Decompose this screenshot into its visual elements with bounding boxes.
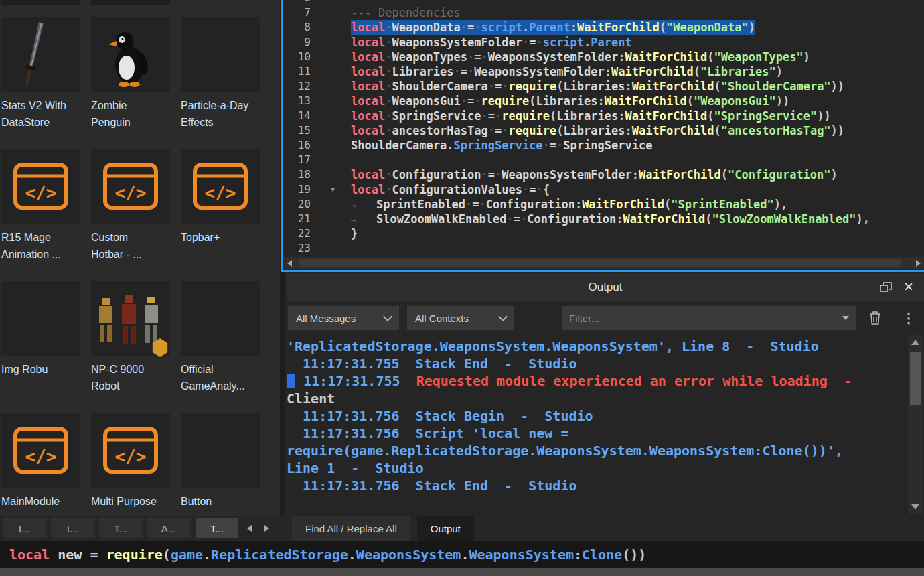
code-line[interactable]: 19▼local·ConfigurationValues·=·{ <box>284 182 924 197</box>
output-line[interactable]: Line 1 - Studio <box>287 459 907 477</box>
output-line[interactable]: 11:17:31.756 Stack End - Studio <box>287 477 907 494</box>
tab-scroll-right-icon[interactable] <box>261 521 272 536</box>
scrollbar-thumb[interactable] <box>299 259 901 267</box>
fold-arrow-icon[interactable]: ▼ <box>312 182 351 197</box>
scroll-left-arrow-icon[interactable] <box>284 257 295 269</box>
output-options-icon[interactable]: ⋮ <box>897 307 920 329</box>
code-token: ( <box>721 168 728 182</box>
toolbox-item[interactable]: Button <box>181 413 260 516</box>
toolbox-item[interactable]: </>R15 Mage Animation ... <box>1 149 80 272</box>
code-token: require <box>106 547 163 563</box>
code-line[interactable]: 16ShoulderCamera.SpringService·=·SpringS… <box>284 138 924 153</box>
code-line[interactable]: 7--- Dependencies <box>284 5 924 20</box>
command-bar[interactable]: local new = require(game.ReplicatedStora… <box>0 541 924 568</box>
toolbox-item[interactable]: </>Multi Purpose <box>91 413 170 516</box>
contexts-filter-dropdown[interactable]: All Contexts <box>407 306 514 330</box>
code-line[interactable]: 9local·WeaponsSystemFolder·=·script.Pare… <box>284 35 924 50</box>
clear-output-button[interactable] <box>864 307 887 329</box>
code-token: SlowZoomWalkEnabled <box>376 212 506 226</box>
toolbox-item[interactable]: NP-C 9000 Robot <box>91 281 170 404</box>
output-line[interactable]: 11:17:31.755 Requested module experience… <box>287 372 907 390</box>
filter-field[interactable] <box>562 306 856 330</box>
tab-scroll-left-icon[interactable] <box>244 521 254 536</box>
penguin-thumbnail[interactable] <box>91 17 170 92</box>
output-segment: 11:17:31.755 <box>295 373 416 389</box>
blank-thumbnail[interactable] <box>181 281 260 356</box>
output-line[interactable]: 'ReplicatedStorage.WeaponsSystem.Weapons… <box>287 338 907 355</box>
blank-thumbnail[interactable] <box>181 413 260 488</box>
output-line[interactable]: 11:17:31.755 Stack End - Studio <box>287 355 907 372</box>
script-thumbnail[interactable]: </> <box>1 149 80 224</box>
code-line[interactable]: 13local·WeaponsGui·=·require(Libraries:W… <box>284 94 924 109</box>
code-line[interactable]: 6 <box>284 0 924 5</box>
code-line[interactable]: 14local·SpringService·=·require(Librarie… <box>284 109 924 123</box>
script-thumbnail[interactable]: </> <box>91 413 170 488</box>
close-icon[interactable]: × <box>904 277 913 296</box>
doc-tab[interactable]: T... <box>196 518 238 538</box>
popout-icon[interactable] <box>880 282 892 295</box>
output-line[interactable]: 11:17:31.756 Script 'local new = <box>287 425 907 442</box>
script-editor[interactable]: 67--- Dependencies8local·WeaponData·=·sc… <box>284 0 924 257</box>
panel-tab-find-all-replace-all[interactable]: Find All / Replace All <box>292 516 410 541</box>
panel-tab-output[interactable]: Output <box>417 516 474 541</box>
code-token: Configuration <box>527 212 616 226</box>
code-token: require <box>502 109 550 123</box>
code-token: · <box>385 80 392 93</box>
code-token: : <box>598 94 605 108</box>
sword-thumbnail[interactable] <box>1 17 80 92</box>
code-line[interactable]: 10local·WeaponTypes·=·WeaponsSystemFolde… <box>284 50 924 64</box>
robots-thumbnail[interactable] <box>91 281 170 356</box>
script-thumbnail[interactable]: </> <box>181 149 260 224</box>
toolbox-item[interactable]: Stats V2 With DataStore <box>1 17 80 140</box>
scroll-down-arrow-icon[interactable] <box>908 500 923 514</box>
output-line[interactable]: 11:17:31.756 Stack Begin - Studio <box>287 407 907 425</box>
toolbox-grid[interactable]: Stats V2 With DataStore Zombie PenguinPa… <box>1 17 276 516</box>
code-token: . <box>584 35 591 49</box>
toolbox-item-label: MainModule <box>1 493 71 510</box>
editor-horizontal-scrollbar[interactable] <box>284 257 924 269</box>
output-scrollbar[interactable] <box>908 335 923 514</box>
doc-tab[interactable]: I... <box>51 518 94 538</box>
toolbox-item[interactable]: Particle-a-Day Effects <box>181 17 260 140</box>
code-token: → <box>351 213 376 228</box>
toolbox-item[interactable]: Img Robu <box>1 281 80 404</box>
scroll-up-arrow-icon[interactable] <box>908 335 923 350</box>
toolbox-item[interactable]: Official GameAnaly... <box>181 281 260 404</box>
toolbox-item[interactable]: Zombie Penguin <box>91 17 170 140</box>
scrollbar-thumb[interactable] <box>910 352 921 405</box>
filter-dropdown-icon[interactable] <box>842 316 849 320</box>
scroll-right-arrow-icon[interactable] <box>913 257 924 269</box>
code-line[interactable]: 11local·Libraries·=·WeaponsSystemFolder:… <box>284 64 924 79</box>
toolbox-item-partial[interactable] <box>91 0 170 5</box>
toolbox-item[interactable]: </>MainModule <box>1 413 80 516</box>
code-line[interactable]: 12local·ShoulderCamera·=·require(Librari… <box>284 79 924 94</box>
messages-filter-dropdown[interactable]: All Messages <box>288 306 399 330</box>
blank-thumbnail[interactable] <box>181 17 260 92</box>
code-line[interactable]: 23 <box>284 241 924 256</box>
code-token: · <box>502 124 508 137</box>
filter-input[interactable] <box>562 313 842 324</box>
code-line[interactable]: 21→SlowZoomWalkEnabled·=·Configuration:W… <box>284 212 924 226</box>
output-log[interactable]: 'ReplicatedStorage.WeaponsSystem.Weapons… <box>287 335 907 518</box>
blank-thumbnail[interactable] <box>1 281 80 356</box>
output-line[interactable]: Client <box>287 390 907 407</box>
code-token: WaitForChild <box>611 65 694 78</box>
toolbox-item[interactable]: </>Topbar+ <box>181 149 260 272</box>
code-token: local <box>351 168 385 182</box>
code-line[interactable]: 20→SprintEnabled·=·Configuration:WaitFor… <box>284 197 924 212</box>
doc-tab[interactable]: A... <box>147 518 190 538</box>
toolbox-item-partial[interactable] <box>1 0 80 5</box>
code-line[interactable]: 15local·ancestorHasTag·=·require(Librari… <box>284 123 924 138</box>
script-thumbnail[interactable]: </> <box>91 149 170 224</box>
code-line[interactable]: 22} <box>284 226 924 241</box>
code-token: ) <box>803 50 810 64</box>
script-thumbnail[interactable]: </> <box>1 413 80 488</box>
doc-tab[interactable]: T... <box>99 518 142 538</box>
code-line[interactable]: 8local·WeaponData·=·script.Parent:WaitFo… <box>284 20 924 35</box>
toolbox-item[interactable]: </>Custom Hotbar - ... <box>91 149 170 272</box>
doc-tab[interactable]: I... <box>3 518 46 538</box>
code-token: ancestorHasTag <box>392 124 487 137</box>
code-line[interactable]: 18local·Configuration·=·WeaponsSystemFol… <box>284 167 924 182</box>
code-line[interactable]: 17 <box>284 153 924 167</box>
output-line[interactable]: require(game.ReplicatedStorage.WeaponsSy… <box>287 442 907 459</box>
